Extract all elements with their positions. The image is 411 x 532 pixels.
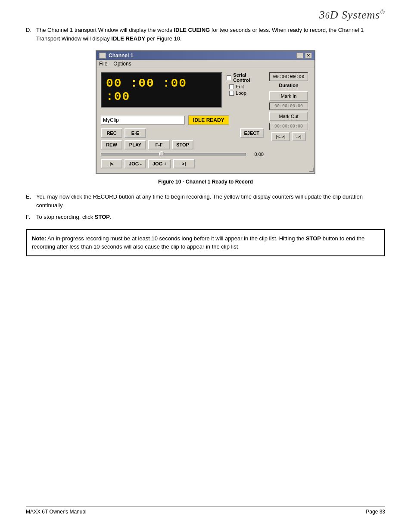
- nav-range-button[interactable]: |<->|: [271, 132, 290, 141]
- channel-window: Channel 1 _ ✕ File Options 00 :00 :00 :0…: [96, 50, 315, 174]
- close-button[interactable]: ✕: [305, 53, 312, 59]
- ff-button[interactable]: F-F: [148, 140, 170, 149]
- serial-control-checkbox[interactable]: [227, 75, 231, 80]
- titlebar-left: Channel 1: [99, 53, 133, 59]
- channel-right: 00:00:00:00 Duration Mark In 00:00:00:00…: [267, 72, 310, 168]
- mark-out-button[interactable]: Mark Out: [269, 112, 308, 121]
- channel-body: 00 :00 :00 :00 Serial Control Edit: [97, 68, 314, 173]
- menu-options[interactable]: Options: [113, 61, 131, 67]
- slider-row: 0.00: [101, 152, 264, 157]
- stop-bold: STOP: [95, 214, 110, 220]
- duration-time-display: 00:00:00:00: [269, 72, 308, 81]
- serial-control-area: Serial Control Edit Loop: [227, 72, 264, 109]
- item-d-content: The Channel 1 transport Window will disp…: [36, 26, 385, 43]
- item-d-label: D.: [26, 26, 33, 43]
- transport-row-1: REC E-E EJECT: [101, 128, 264, 138]
- figure-caption-text: Figure 10 - Channel 1 Ready to Record: [158, 179, 253, 185]
- jog-plus-button[interactable]: JOG +: [148, 159, 171, 168]
- item-d-text: D. The Channel 1 transport Window will d…: [26, 26, 385, 43]
- end-button[interactable]: >|: [173, 159, 195, 168]
- loop-label: Loop: [236, 90, 246, 96]
- serial-control-title: Serial Control: [227, 72, 264, 83]
- timecode-display: 00 :00 :00 :00: [101, 72, 222, 108]
- item-f-content: To stop recording, click STOP.: [36, 213, 112, 221]
- rec-button[interactable]: REC: [101, 128, 122, 138]
- clip-name-field[interactable]: MyClip: [101, 116, 185, 124]
- nav-row: |<->| ->|: [271, 132, 305, 141]
- channel-title: Channel 1: [109, 53, 133, 59]
- nav-end-button[interactable]: ->|: [292, 132, 306, 141]
- slider-track[interactable]: [101, 153, 246, 156]
- idle-ready-bold: IDLE READY: [111, 35, 145, 42]
- item-f-row: F. To stop recording, click STOP.: [26, 213, 385, 221]
- note-text: An in-progress recording must be at leas…: [46, 235, 306, 242]
- transport-row-2: REW PLAY F-F STOP: [101, 140, 264, 149]
- slider-thumb[interactable]: [159, 151, 164, 156]
- titlebar-controls: _ ✕: [296, 53, 312, 59]
- list-items-ef: E. You may now click the RECORD button a…: [26, 193, 385, 221]
- note-label: Note:: [32, 235, 46, 242]
- note-box: Note: An in-progress recording must be a…: [26, 229, 385, 256]
- item-e-row: E. You may now click the RECORD button a…: [26, 193, 385, 209]
- stop-button[interactable]: STOP: [172, 140, 193, 149]
- ee-button[interactable]: E-E: [125, 128, 146, 138]
- mark-in-button[interactable]: Mark In: [269, 91, 308, 101]
- timecode-value: 00 :00 :00 :00: [106, 77, 187, 103]
- clip-name-row: MyClip IDLE READY: [101, 115, 264, 125]
- duration-label: Duration: [279, 83, 298, 88]
- item-e-label: E.: [26, 193, 33, 209]
- jog-row: |< JOG - JOG + >|: [101, 159, 264, 168]
- timecode-area: 00 :00 :00 :00: [101, 72, 222, 112]
- figure-caption: Figure 10 - Channel 1 Ready to Record: [26, 179, 385, 185]
- serial-control-label: Serial Control: [233, 72, 264, 83]
- mark-out-time: 00:00:00:00: [269, 123, 308, 130]
- channel-menubar: File Options: [97, 60, 314, 68]
- title-box-icon[interactable]: [99, 53, 106, 59]
- minimize-button[interactable]: _: [296, 53, 303, 59]
- idle-cueing-bold: IDLE CUEING: [174, 27, 210, 33]
- item-f-label: F.: [26, 213, 33, 221]
- edit-label: Edit: [236, 84, 244, 89]
- page-footer: MAXX 6T Owner's Manual Page 33: [26, 507, 385, 515]
- ik-button[interactable]: |<: [101, 159, 122, 168]
- logo-area: 36D Systems®: [26, 9, 385, 22]
- mark-in-time: 00:00:00:00: [269, 103, 308, 110]
- channel-titlebar: Channel 1 _ ✕: [97, 51, 314, 60]
- footer-right: Page 33: [366, 509, 385, 515]
- loop-checkbox-row: Loop: [229, 90, 264, 96]
- company-logo: 36D Systems®: [319, 9, 385, 22]
- footer-left: MAXX 6T Owner's Manual: [26, 509, 87, 515]
- menu-file[interactable]: File: [99, 61, 107, 67]
- jog-minus-button[interactable]: JOG -: [125, 159, 146, 168]
- edit-checkbox-row: Edit: [229, 84, 264, 89]
- eject-button[interactable]: EJECT: [240, 128, 264, 138]
- channel-window-wrapper: Channel 1 _ ✕ File Options 00 :00 :00 :0…: [26, 50, 385, 174]
- rew-button[interactable]: REW: [101, 140, 122, 149]
- note-stop-bold: STOP: [306, 235, 321, 242]
- channel-left: 00 :00 :00 :00 Serial Control Edit: [101, 72, 264, 168]
- item-e-content: You may now click the RECORD button at a…: [36, 193, 385, 209]
- slider-value: 0.00: [249, 152, 264, 157]
- loop-checkbox[interactable]: [229, 91, 234, 96]
- resize-grip[interactable]: [309, 168, 314, 172]
- top-section: 00 :00 :00 :00 Serial Control Edit: [101, 72, 264, 112]
- edit-checkbox[interactable]: [229, 84, 234, 89]
- idle-ready-badge: IDLE READY: [188, 115, 229, 125]
- play-button[interactable]: PLAY: [125, 140, 146, 149]
